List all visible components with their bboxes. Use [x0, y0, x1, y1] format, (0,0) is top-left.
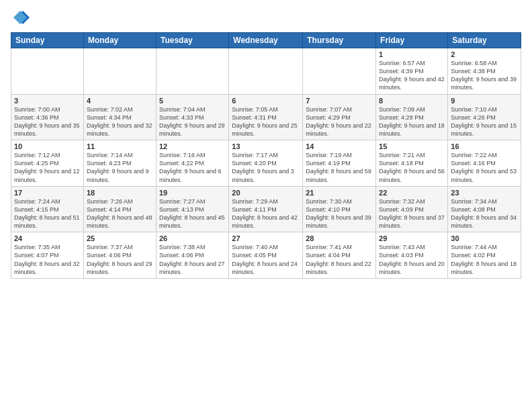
calendar-cell: 8Sunrise: 7:09 AM Sunset: 4:28 PM Daylig…: [376, 94, 448, 140]
calendar-cell: 25Sunrise: 7:37 AM Sunset: 4:06 PM Dayli…: [83, 232, 156, 279]
calendar-header-row: SundayMondayTuesdayWednesdayThursdayFrid…: [11, 33, 521, 48]
calendar-cell: 6Sunrise: 7:05 AM Sunset: 4:31 PM Daylig…: [229, 94, 303, 140]
calendar-cell: 2Sunrise: 6:58 AM Sunset: 4:38 PM Daylig…: [448, 48, 521, 95]
day-info: Sunrise: 7:44 AM Sunset: 4:02 PM Dayligh…: [451, 243, 518, 276]
day-info: Sunrise: 7:14 AM Sunset: 4:23 PM Dayligh…: [87, 151, 153, 184]
calendar-cell: 27Sunrise: 7:40 AM Sunset: 4:05 PM Dayli…: [229, 232, 303, 279]
day-info: Sunrise: 7:30 AM Sunset: 4:10 PM Dayligh…: [306, 197, 373, 230]
calendar-cell: [156, 48, 228, 95]
day-number: 14: [306, 142, 373, 150]
day-info: Sunrise: 7:19 AM Sunset: 4:19 PM Dayligh…: [306, 151, 373, 184]
day-info: Sunrise: 7:16 AM Sunset: 4:22 PM Dayligh…: [159, 151, 226, 184]
calendar-cell: 28Sunrise: 7:41 AM Sunset: 4:04 PM Dayli…: [303, 232, 376, 279]
day-info: Sunrise: 6:58 AM Sunset: 4:38 PM Dayligh…: [451, 59, 518, 92]
weekday-header: Friday: [376, 33, 448, 48]
day-number: 15: [379, 142, 445, 150]
calendar-cell: 12Sunrise: 7:16 AM Sunset: 4:22 PM Dayli…: [156, 140, 228, 187]
page-container: SundayMondayTuesdayWednesdayThursdayFrid…: [0, 0, 532, 411]
day-info: Sunrise: 7:12 AM Sunset: 4:25 PM Dayligh…: [14, 151, 81, 184]
day-number: 9: [451, 97, 518, 105]
day-number: 23: [451, 189, 518, 197]
day-info: Sunrise: 7:21 AM Sunset: 4:18 PM Dayligh…: [379, 151, 445, 184]
calendar-week-row: 24Sunrise: 7:35 AM Sunset: 4:07 PM Dayli…: [11, 232, 521, 279]
day-number: 22: [379, 189, 445, 197]
day-info: Sunrise: 7:00 AM Sunset: 4:36 PM Dayligh…: [14, 105, 81, 138]
calendar-cell: 13Sunrise: 7:17 AM Sunset: 4:20 PM Dayli…: [229, 140, 303, 187]
day-info: Sunrise: 7:32 AM Sunset: 4:09 PM Dayligh…: [379, 197, 445, 230]
day-info: Sunrise: 7:37 AM Sunset: 4:06 PM Dayligh…: [87, 243, 153, 276]
weekday-header: Thursday: [303, 33, 376, 48]
weekday-header: Tuesday: [156, 33, 228, 48]
day-number: 5: [159, 97, 226, 105]
weekday-header: Sunday: [11, 33, 84, 48]
day-info: Sunrise: 7:09 AM Sunset: 4:28 PM Dayligh…: [379, 105, 445, 138]
day-number: 4: [87, 97, 153, 105]
day-number: 1: [379, 50, 445, 58]
day-number: 6: [232, 97, 300, 105]
calendar-cell: 17Sunrise: 7:24 AM Sunset: 4:15 PM Dayli…: [11, 186, 84, 232]
day-info: Sunrise: 7:43 AM Sunset: 4:03 PM Dayligh…: [379, 243, 445, 276]
calendar-cell: 20Sunrise: 7:29 AM Sunset: 4:11 PM Dayli…: [229, 186, 303, 232]
day-info: Sunrise: 7:40 AM Sunset: 4:05 PM Dayligh…: [232, 243, 300, 276]
day-number: 21: [306, 189, 373, 197]
calendar-cell: 22Sunrise: 7:32 AM Sunset: 4:09 PM Dayli…: [376, 186, 448, 232]
day-number: 8: [379, 97, 445, 105]
day-info: Sunrise: 7:05 AM Sunset: 4:31 PM Dayligh…: [232, 105, 300, 138]
calendar-cell: 15Sunrise: 7:21 AM Sunset: 4:18 PM Dayli…: [376, 140, 448, 187]
calendar-cell: 14Sunrise: 7:19 AM Sunset: 4:19 PM Dayli…: [303, 140, 376, 187]
day-number: 7: [306, 97, 373, 105]
day-number: 17: [14, 189, 81, 197]
day-number: 24: [14, 234, 81, 242]
day-info: Sunrise: 7:27 AM Sunset: 4:13 PM Dayligh…: [159, 197, 226, 230]
calendar-cell: 11Sunrise: 7:14 AM Sunset: 4:23 PM Dayli…: [83, 140, 156, 187]
header: [11, 8, 521, 27]
calendar-cell: 9Sunrise: 7:10 AM Sunset: 4:26 PM Daylig…: [448, 94, 521, 140]
day-info: Sunrise: 7:02 AM Sunset: 4:34 PM Dayligh…: [87, 105, 153, 138]
day-info: Sunrise: 7:35 AM Sunset: 4:07 PM Dayligh…: [14, 243, 81, 276]
day-number: 19: [159, 189, 226, 197]
day-info: Sunrise: 7:24 AM Sunset: 4:15 PM Dayligh…: [14, 197, 81, 230]
weekday-header: Wednesday: [229, 33, 303, 48]
calendar-cell: 18Sunrise: 7:26 AM Sunset: 4:14 PM Dayli…: [83, 186, 156, 232]
calendar-cell: [11, 48, 84, 95]
calendar-cell: 1Sunrise: 6:57 AM Sunset: 4:39 PM Daylig…: [376, 48, 448, 95]
day-number: 27: [232, 234, 300, 242]
calendar-week-row: 10Sunrise: 7:12 AM Sunset: 4:25 PM Dayli…: [11, 140, 521, 187]
day-info: Sunrise: 7:04 AM Sunset: 4:33 PM Dayligh…: [159, 105, 226, 138]
logo-icon: [11, 8, 30, 27]
calendar-table: SundayMondayTuesdayWednesdayThursdayFrid…: [11, 32, 521, 279]
calendar-cell: [303, 48, 376, 95]
day-info: Sunrise: 6:57 AM Sunset: 4:39 PM Dayligh…: [379, 59, 445, 92]
day-number: 30: [451, 234, 518, 242]
day-number: 16: [451, 142, 518, 150]
day-info: Sunrise: 7:07 AM Sunset: 4:29 PM Dayligh…: [306, 105, 373, 138]
day-info: Sunrise: 7:17 AM Sunset: 4:20 PM Dayligh…: [232, 151, 300, 184]
logo: [11, 8, 32, 27]
day-info: Sunrise: 7:34 AM Sunset: 4:08 PM Dayligh…: [451, 197, 518, 230]
calendar-cell: 19Sunrise: 7:27 AM Sunset: 4:13 PM Dayli…: [156, 186, 228, 232]
calendar-cell: 10Sunrise: 7:12 AM Sunset: 4:25 PM Dayli…: [11, 140, 84, 187]
day-number: 3: [14, 97, 81, 105]
calendar-week-row: 3Sunrise: 7:00 AM Sunset: 4:36 PM Daylig…: [11, 94, 521, 140]
calendar-cell: 7Sunrise: 7:07 AM Sunset: 4:29 PM Daylig…: [303, 94, 376, 140]
calendar-week-row: 17Sunrise: 7:24 AM Sunset: 4:15 PM Dayli…: [11, 186, 521, 232]
weekday-header: Saturday: [448, 33, 521, 48]
calendar-cell: [229, 48, 303, 95]
calendar-cell: [83, 48, 156, 95]
calendar-cell: 4Sunrise: 7:02 AM Sunset: 4:34 PM Daylig…: [83, 94, 156, 140]
day-info: Sunrise: 7:38 AM Sunset: 4:06 PM Dayligh…: [159, 243, 226, 276]
day-number: 26: [159, 234, 226, 242]
day-info: Sunrise: 7:29 AM Sunset: 4:11 PM Dayligh…: [232, 197, 300, 230]
calendar-cell: 3Sunrise: 7:00 AM Sunset: 4:36 PM Daylig…: [11, 94, 84, 140]
calendar-cell: 29Sunrise: 7:43 AM Sunset: 4:03 PM Dayli…: [376, 232, 448, 279]
day-number: 11: [87, 142, 153, 150]
day-number: 10: [14, 142, 81, 150]
calendar-cell: 23Sunrise: 7:34 AM Sunset: 4:08 PM Dayli…: [448, 186, 521, 232]
day-number: 13: [232, 142, 300, 150]
calendar-cell: 24Sunrise: 7:35 AM Sunset: 4:07 PM Dayli…: [11, 232, 84, 279]
calendar-cell: 16Sunrise: 7:22 AM Sunset: 4:16 PM Dayli…: [448, 140, 521, 187]
day-number: 25: [87, 234, 153, 242]
calendar-cell: 26Sunrise: 7:38 AM Sunset: 4:06 PM Dayli…: [156, 232, 228, 279]
day-number: 28: [306, 234, 373, 242]
calendar-cell: 21Sunrise: 7:30 AM Sunset: 4:10 PM Dayli…: [303, 186, 376, 232]
